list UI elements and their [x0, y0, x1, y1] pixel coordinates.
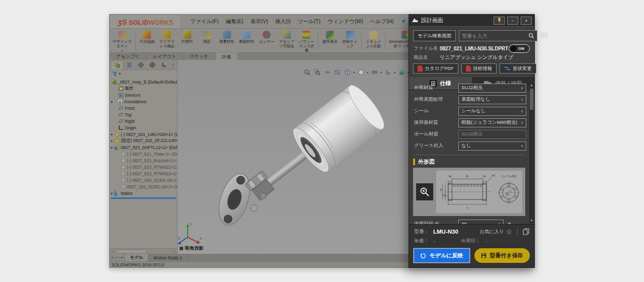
tree-row-part-bracket[interactable]: (-) 0827_522_Bracket<1> (Default)	[110, 157, 177, 164]
tab-model[interactable]: モデル	[125, 254, 148, 261]
tree-row-origin[interactable]: Origin	[110, 124, 177, 131]
ribbon-curvature-display[interactable]: 曲率表示	[320, 29, 340, 52]
ribbon-design-study[interactable]: デザインスタディ ▾	[111, 29, 134, 52]
minimize-button[interactable]: –	[507, 17, 518, 25]
tree-row-front-plane[interactable]: Front	[110, 105, 177, 111]
svg-text:(e): (e)	[492, 174, 495, 177]
scroll-first-icon: «	[111, 255, 113, 260]
ribbon-sensor[interactable]: センサー	[257, 29, 277, 52]
rollback-bar[interactable]	[111, 197, 176, 199]
seal-select[interactable]: シールなし∨	[458, 107, 526, 116]
tree-row-right-plane[interactable]: Right	[110, 118, 177, 124]
expand-arrow-icon[interactable]: ▸	[110, 191, 114, 195]
tree-row-top-plane[interactable]: Top	[110, 111, 177, 118]
apply-to-model-button[interactable]: モデルに反映	[414, 248, 470, 263]
scroll-up-icon[interactable]: ▲	[530, 83, 533, 88]
menu-file[interactable]: ファイル(F)	[187, 17, 222, 27]
design-panel: 設計画面 – × モデル検索画面 ファイル名 0827_021_LMU-N30.…	[409, 14, 535, 268]
tab-layout[interactable]: レイアウト	[146, 53, 183, 60]
ribbon-assembly-visualization[interactable]: アセンブリ可視化	[277, 29, 297, 52]
pin-button[interactable]	[494, 17, 505, 25]
panel-logo-icon	[412, 18, 419, 23]
menu-insert[interactable]: 挿入(I)	[272, 17, 294, 27]
comment-icon[interactable]	[540, 31, 547, 40]
panel-on-toggle[interactable]: ON	[509, 44, 530, 53]
tree-row-part-rtwn1[interactable]: (-) 0827_523_RTWN21<1> (Defaul	[110, 164, 177, 170]
feature-tree-tab[interactable]	[111, 60, 123, 69]
model-search-button[interactable]: モデル検索画面	[413, 30, 456, 41]
tab-motion-study[interactable]: Motion Study 1	[148, 254, 188, 261]
tab-scroll-buttons[interactable]: «‹›»	[110, 254, 125, 261]
expand-arrow-icon[interactable]: ▸	[110, 146, 114, 150]
scroll-left-icon[interactable]: ‹	[110, 249, 115, 254]
filter-caret-icon[interactable]: ▾	[119, 72, 121, 76]
ribbon-hole-alignment[interactable]: 穴整列	[177, 29, 197, 52]
tree-row-root[interactable]: _0827_Assy_B (Default<Default_Displa	[110, 79, 177, 85]
panel-scrollbar[interactable]: ▲ ▼	[529, 83, 534, 223]
tab-assembly[interactable]: アセンブリ	[110, 53, 146, 60]
tree-horizontal-scrollbar[interactable]: ‹ ›	[110, 248, 177, 254]
zoom-drawing-button[interactable]	[416, 183, 433, 200]
search-icon[interactable]	[528, 33, 534, 39]
inner-diameter-select[interactable]: 30∨	[458, 220, 504, 225]
ribbon-symmetry-check[interactable]: 対称チェック	[340, 29, 360, 52]
tree-row-mates[interactable]: ▸Mates	[110, 190, 177, 196]
retainer-material-select[interactable]: 樹脂(ジュラコンM90相当)∨	[458, 118, 526, 127]
close-button[interactable]: ×	[521, 17, 532, 25]
ribbon-mass-properties[interactable]: 質量特性	[217, 29, 237, 52]
grease-select[interactable]: なし∨	[458, 142, 526, 151]
tree-row-part-shftl[interactable]: ▸0827_023_SHFTL12<1> (Default<D	[110, 144, 177, 151]
ribbon-section-properties[interactable]: 断面特性	[237, 29, 257, 52]
dimxpert-manager-tab[interactable]	[147, 60, 158, 69]
configuration-manager-tab[interactable]	[135, 60, 146, 69]
tech-info-button[interactable]: 技術情報	[461, 63, 497, 74]
tab-sketch[interactable]: スケッチ	[183, 53, 215, 60]
tree-row-part-scbs1[interactable]: (-) 0827_320_SCBS-15<1> (Default	[110, 177, 177, 183]
search-box[interactable]	[459, 30, 537, 41]
panel-expand-chevron-icon[interactable]: ›	[170, 62, 176, 67]
tree-row-sensors[interactable]: Sensors	[110, 92, 177, 98]
scroll-down-icon[interactable]: ▼	[530, 219, 533, 223]
menu-tools[interactable]: ツール(T)	[294, 17, 324, 27]
menu-pin-icon[interactable]	[400, 17, 406, 26]
menu-help[interactable]: ヘルプ(H)	[367, 17, 397, 27]
tree-row-part-plate[interactable]: (-) 0827_521_Plate<1> (Default)	[110, 151, 177, 157]
expand-arrow-icon[interactable]: ▸	[110, 100, 114, 104]
ribbon-measure[interactable]: 測定	[197, 29, 217, 52]
surface-treatment-select[interactable]: 表面処理なし∨	[458, 95, 526, 104]
menu-edit[interactable]: 編集(E)	[222, 17, 247, 27]
property-manager-tab[interactable]	[123, 60, 135, 69]
scroll-right-icon[interactable]: ›	[172, 249, 177, 254]
mates-icon	[114, 190, 120, 196]
ribbon-interference-detection[interactable]: 干渉認識	[137, 29, 157, 52]
tree-row-part-lmu[interactable]: ▸(-) 0827_021_LMU-N30<1> (Defau	[110, 131, 177, 137]
ribbon-clearance-verification[interactable]: クリアランス検証	[157, 29, 177, 52]
menu-window[interactable]: ウィンドウ(W)	[324, 17, 367, 27]
display-manager-tab[interactable]	[158, 60, 170, 69]
ribbon-document-compare[interactable]: ドキュメント比較	[363, 29, 383, 52]
tab-evaluate[interactable]: 評価	[215, 53, 238, 60]
ribbon-performance-evaluation[interactable]: パフォーマンス評価	[297, 29, 317, 52]
favorite-star-icon[interactable]: ☆	[506, 228, 512, 235]
search-input[interactable]	[462, 33, 528, 39]
shape-change-button[interactable]: 形状変更	[500, 63, 536, 74]
filter-funnel-icon[interactable]	[112, 72, 118, 77]
outer-material-select[interactable]: SUJ2相当∨	[458, 84, 526, 93]
expand-arrow-icon[interactable]: ▸	[110, 132, 114, 136]
expand-arrow-icon[interactable]: ▸	[110, 139, 114, 143]
save-with-model-number-button[interactable]: 型番付き保存	[474, 248, 530, 263]
panel-title-bar[interactable]: 設計画面 – ×	[409, 15, 534, 27]
scrollbar-thumb[interactable]	[116, 250, 146, 253]
tree-row-part-scbs2[interactable]: 0827_320_SCBS-15<2> (Default)	[110, 183, 177, 190]
scrollbar-thumb[interactable]	[530, 89, 533, 110]
outline-drawing-box: W B W (e) D D1 L (シール付)	[413, 168, 525, 216]
tree-row-part-rtwn2[interactable]: (-) 0827_523_RTWN21<2> (Defaul	[110, 170, 177, 177]
menu-view[interactable]: 表示(V)	[247, 17, 272, 27]
bracket-assembly-part[interactable]	[213, 170, 276, 229]
tree-row-annotations[interactable]: ▸AAnnotations	[110, 98, 177, 105]
annotations-icon: A	[117, 99, 123, 104]
catalog-pdf-button[interactable]: カタログPDF	[413, 63, 458, 74]
tree-row-history[interactable]: 履歴	[110, 85, 177, 92]
copy-icon[interactable]	[523, 228, 529, 235]
tree-row-part-sfj[interactable]: ▸(固定) 0827_022_SFJ12-140<1> (D	[110, 137, 177, 144]
